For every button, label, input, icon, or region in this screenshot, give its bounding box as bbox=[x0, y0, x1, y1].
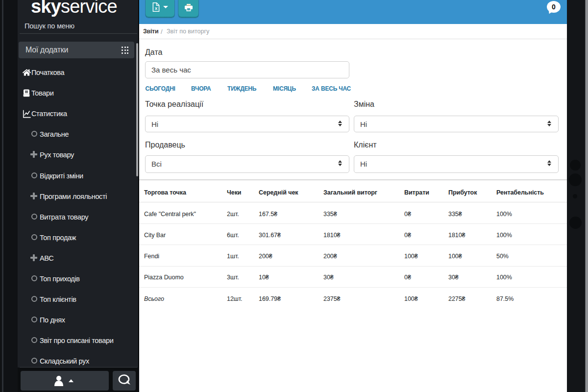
svg-text:x: x bbox=[155, 5, 158, 11]
